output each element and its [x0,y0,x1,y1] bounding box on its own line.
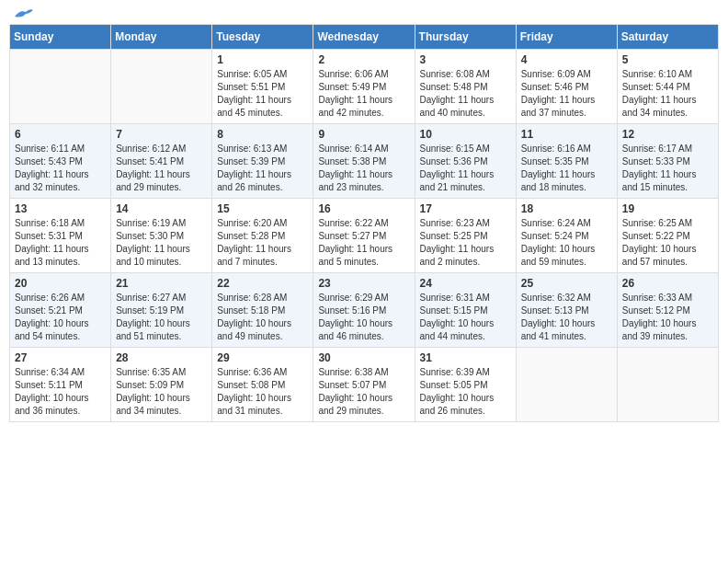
day-number: 18 [521,202,612,215]
day-info: Sunrise: 6:25 AMSunset: 5:22 PMDaylight:… [622,217,713,269]
day-info: Sunrise: 6:39 AMSunset: 5:05 PMDaylight:… [420,366,511,418]
calendar-week-row: 13Sunrise: 6:18 AMSunset: 5:31 PMDayligh… [10,199,719,273]
calendar-cell: 21Sunrise: 6:27 AMSunset: 5:19 PMDayligh… [111,273,212,348]
day-number: 17 [420,202,511,215]
day-number: 10 [420,128,511,141]
calendar-cell [617,348,718,422]
day-number: 19 [622,202,713,215]
day-info: Sunrise: 6:08 AMSunset: 5:48 PMDaylight:… [420,68,511,120]
calendar-cell: 3Sunrise: 6:08 AMSunset: 5:48 PMDaylight… [415,50,516,124]
day-number: 14 [116,202,207,215]
day-number: 24 [420,277,511,290]
day-info: Sunrise: 6:13 AMSunset: 5:39 PMDaylight:… [217,143,308,194]
day-info: Sunrise: 6:29 AMSunset: 5:16 PMDaylight:… [318,292,409,343]
calendar-cell: 10Sunrise: 6:15 AMSunset: 5:36 PMDayligh… [415,124,516,199]
calendar-cell: 19Sunrise: 6:25 AMSunset: 5:22 PMDayligh… [617,199,718,273]
day-info: Sunrise: 6:26 AMSunset: 5:21 PMDaylight:… [15,292,106,343]
calendar-header-monday: Monday [111,25,212,50]
calendar-header-wednesday: Wednesday [313,25,415,50]
day-info: Sunrise: 6:32 AMSunset: 5:13 PMDaylight:… [521,292,612,343]
calendar-cell: 22Sunrise: 6:28 AMSunset: 5:18 PMDayligh… [212,273,313,348]
calendar-cell: 1Sunrise: 6:05 AMSunset: 5:51 PMDaylight… [212,50,313,124]
day-number: 25 [521,277,612,290]
day-number: 4 [521,53,612,66]
calendar-cell: 14Sunrise: 6:19 AMSunset: 5:30 PMDayligh… [111,199,212,273]
day-number: 11 [521,128,612,141]
calendar-cell: 23Sunrise: 6:29 AMSunset: 5:16 PMDayligh… [313,273,415,348]
day-number: 13 [15,202,106,215]
calendar-cell: 27Sunrise: 6:34 AMSunset: 5:11 PMDayligh… [10,348,111,422]
day-info: Sunrise: 6:17 AMSunset: 5:33 PMDaylight:… [622,143,713,194]
calendar-cell: 25Sunrise: 6:32 AMSunset: 5:13 PMDayligh… [516,273,617,348]
day-number: 20 [15,277,106,290]
calendar-week-row: 27Sunrise: 6:34 AMSunset: 5:11 PMDayligh… [10,348,719,422]
day-number: 31 [420,351,511,364]
day-info: Sunrise: 6:12 AMSunset: 5:41 PMDaylight:… [116,143,207,194]
day-number: 28 [116,351,207,364]
calendar-cell: 6Sunrise: 6:11 AMSunset: 5:43 PMDaylight… [10,124,111,199]
day-info: Sunrise: 6:27 AMSunset: 5:19 PMDaylight:… [116,292,207,343]
calendar-header-saturday: Saturday [617,25,718,50]
day-info: Sunrise: 6:34 AMSunset: 5:11 PMDaylight:… [15,366,106,418]
calendar-cell: 12Sunrise: 6:17 AMSunset: 5:33 PMDayligh… [617,124,718,199]
day-number: 22 [217,277,308,290]
day-info: Sunrise: 6:35 AMSunset: 5:09 PMDaylight:… [116,366,207,418]
calendar-header-thursday: Thursday [415,25,516,50]
calendar-header-friday: Friday [516,25,617,50]
calendar-cell: 24Sunrise: 6:31 AMSunset: 5:15 PMDayligh… [415,273,516,348]
day-number: 30 [318,351,409,364]
day-number: 12 [622,128,713,141]
calendar-cell: 16Sunrise: 6:22 AMSunset: 5:27 PMDayligh… [313,199,415,273]
calendar-cell: 9Sunrise: 6:14 AMSunset: 5:38 PMDaylight… [313,124,415,199]
calendar-cell [111,50,212,124]
day-number: 26 [622,277,713,290]
calendar-cell: 4Sunrise: 6:09 AMSunset: 5:46 PMDaylight… [516,50,617,124]
calendar-week-row: 1Sunrise: 6:05 AMSunset: 5:51 PMDaylight… [10,50,719,124]
day-number: 29 [217,351,308,364]
day-number: 6 [15,128,106,141]
day-number: 27 [15,351,106,364]
calendar-cell: 2Sunrise: 6:06 AMSunset: 5:49 PMDaylight… [313,50,415,124]
calendar-cell: 29Sunrise: 6:36 AMSunset: 5:08 PMDayligh… [212,348,313,422]
calendar-cell [10,50,111,124]
day-info: Sunrise: 6:24 AMSunset: 5:24 PMDaylight:… [521,217,612,269]
day-number: 21 [116,277,207,290]
day-number: 16 [318,202,409,215]
day-info: Sunrise: 6:15 AMSunset: 5:36 PMDaylight:… [420,143,511,194]
day-info: Sunrise: 6:14 AMSunset: 5:38 PMDaylight:… [318,143,409,194]
calendar-cell: 26Sunrise: 6:33 AMSunset: 5:12 PMDayligh… [617,273,718,348]
day-info: Sunrise: 6:22 AMSunset: 5:27 PMDaylight:… [318,217,409,269]
day-info: Sunrise: 6:05 AMSunset: 5:51 PMDaylight:… [217,68,308,120]
calendar-week-row: 6Sunrise: 6:11 AMSunset: 5:43 PMDaylight… [10,124,719,199]
calendar-week-row: 20Sunrise: 6:26 AMSunset: 5:21 PMDayligh… [10,273,719,348]
day-info: Sunrise: 6:19 AMSunset: 5:30 PMDaylight:… [116,217,207,269]
calendar-cell: 15Sunrise: 6:20 AMSunset: 5:28 PMDayligh… [212,199,313,273]
day-number: 7 [116,128,207,141]
day-number: 5 [622,53,713,66]
calendar-header-tuesday: Tuesday [212,25,313,50]
day-info: Sunrise: 6:31 AMSunset: 5:15 PMDaylight:… [420,292,511,343]
logo-bird-icon [13,7,33,20]
day-info: Sunrise: 6:10 AMSunset: 5:44 PMDaylight:… [622,68,713,120]
day-info: Sunrise: 6:20 AMSunset: 5:28 PMDaylight:… [217,217,308,269]
day-number: 2 [318,53,409,66]
calendar-cell: 20Sunrise: 6:26 AMSunset: 5:21 PMDayligh… [10,273,111,348]
day-number: 15 [217,202,308,215]
day-number: 9 [318,128,409,141]
calendar-cell: 11Sunrise: 6:16 AMSunset: 5:35 PMDayligh… [516,124,617,199]
calendar-header-row: SundayMondayTuesdayWednesdayThursdayFrid… [10,25,719,50]
day-info: Sunrise: 6:09 AMSunset: 5:46 PMDaylight:… [521,68,612,120]
day-number: 3 [420,53,511,66]
day-number: 8 [217,128,308,141]
day-info: Sunrise: 6:33 AMSunset: 5:12 PMDaylight:… [622,292,713,343]
day-info: Sunrise: 6:38 AMSunset: 5:07 PMDaylight:… [318,366,409,418]
calendar-cell: 13Sunrise: 6:18 AMSunset: 5:31 PMDayligh… [10,199,111,273]
day-info: Sunrise: 6:11 AMSunset: 5:43 PMDaylight:… [15,143,106,194]
day-info: Sunrise: 6:18 AMSunset: 5:31 PMDaylight:… [15,217,106,269]
calendar-cell: 17Sunrise: 6:23 AMSunset: 5:25 PMDayligh… [415,199,516,273]
calendar-cell: 7Sunrise: 6:12 AMSunset: 5:41 PMDaylight… [111,124,212,199]
calendar-cell: 18Sunrise: 6:24 AMSunset: 5:24 PMDayligh… [516,199,617,273]
page-header [9,9,719,17]
calendar-cell: 8Sunrise: 6:13 AMSunset: 5:39 PMDaylight… [212,124,313,199]
day-info: Sunrise: 6:23 AMSunset: 5:25 PMDaylight:… [420,217,511,269]
